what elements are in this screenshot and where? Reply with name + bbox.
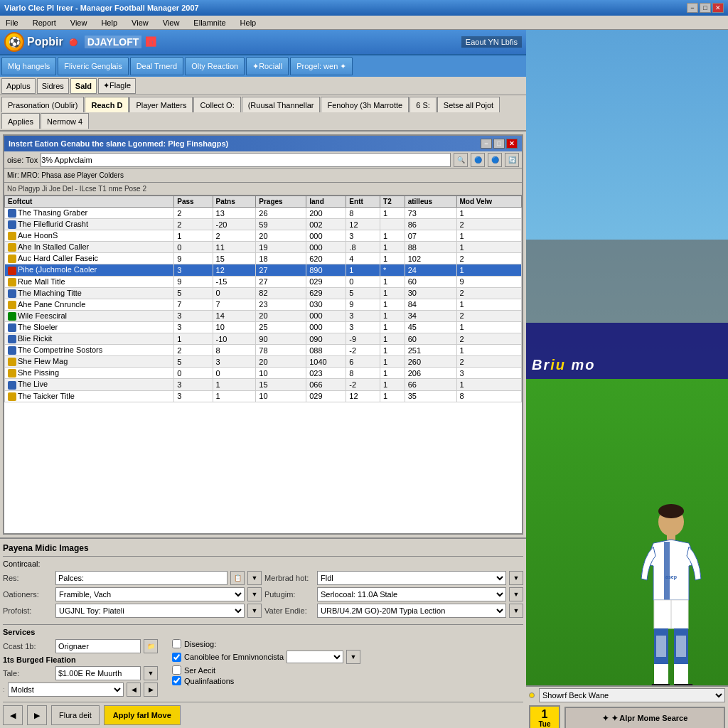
table-row[interactable]: Ahe In Stalled Caller 0 11 19 000 .8 1 8…: [5, 242, 522, 253]
select-putugim[interactable]: Serlocoal: 11.0A Stale: [317, 587, 506, 601]
tab3-player-matters[interactable]: Player Matters: [129, 97, 193, 112]
inner-max-button[interactable]: □: [493, 139, 505, 149]
tab3-prasonation[interactable]: Prasonation (Oublir): [1, 97, 84, 112]
table-row[interactable]: Auc Hard Caller Faseic 9 15 18 620 4 1 1…: [5, 253, 522, 264]
col-header-patns[interactable]: Patns: [213, 196, 256, 208]
table-row[interactable]: Ahe Pane Cnruncle 7 7 23 030 9 1 84 1: [5, 299, 522, 310]
play-button[interactable]: ▶: [27, 705, 47, 725]
menu-view1[interactable]: View: [68, 18, 90, 28]
tab3-reach[interactable]: Reach D: [85, 97, 129, 112]
minimize-button[interactable]: −: [687, 3, 698, 13]
cell-entt: 6: [346, 356, 380, 368]
tab-olty[interactable]: Olty Reaction: [185, 57, 245, 75]
row-icon: [8, 312, 16, 321]
prev-button[interactable]: ◀: [3, 705, 23, 725]
table-row[interactable]: The Live 3 1 15 066 -2 1 66 1: [5, 379, 522, 390]
tab-rociall[interactable]: ✦Rociall: [246, 57, 289, 75]
menu-ellamnite[interactable]: Ellamnite: [191, 18, 228, 28]
merbrad-dropdown-btn[interactable]: ▼: [509, 571, 523, 585]
tab3-nermow[interactable]: Nermow 4: [41, 113, 89, 129]
col-header-entt[interactable]: Entt: [346, 196, 380, 208]
close-button[interactable]: ✕: [712, 3, 724, 13]
menu-help1[interactable]: Help: [98, 18, 120, 28]
table-row[interactable]: Pihe (Juchmole Caoler 3 12 27 890 1 * 24…: [5, 264, 522, 276]
finalize-button[interactable]: Flura deit: [51, 705, 100, 725]
player-table-wrapper[interactable]: Eoftcut Pass Patns Prages land Entt T2 a…: [4, 196, 522, 533]
filter-nav-btn1[interactable]: 🔵: [471, 153, 485, 167]
inner-min-button[interactable]: −: [481, 139, 492, 149]
tab2-sidres[interactable]: Sidres: [37, 78, 69, 94]
tab-progel[interactable]: Progel: wen ✦: [290, 57, 353, 75]
filter-icon-btn[interactable]: 🔍: [454, 153, 468, 167]
inner-close-button[interactable]: ✕: [506, 139, 518, 149]
select-vater[interactable]: URB/U4.2M GO)-20M Typia Lection: [317, 604, 506, 618]
tab3-applies[interactable]: Applies: [1, 113, 40, 129]
menu-view3[interactable]: View: [160, 18, 183, 28]
table-row[interactable]: The Mlaching Titte 5 0 82 629 5 1 30 2: [5, 287, 522, 299]
other-btn2[interactable]: ▶: [144, 682, 158, 697]
tab2-applus[interactable]: Applus: [1, 78, 36, 94]
select-canoiblee[interactable]: [287, 651, 343, 663]
input-tale[interactable]: [55, 666, 141, 680]
tab3-6s[interactable]: 6 S:: [410, 97, 437, 112]
tab2-flagle[interactable]: ✦Flagle: [98, 78, 136, 94]
table-row[interactable]: Aue HoonS 1 2 20 000 3 1 07 1: [5, 230, 522, 242]
tab3-setse[interactable]: Setse all Pojot: [437, 97, 500, 112]
table-row[interactable]: The Fileflurid Crasht 2 -20 59 002 12 86…: [5, 219, 522, 230]
vater-dropdown-btn[interactable]: ▼: [509, 604, 523, 618]
tab-mlg-hangels[interactable]: Mlg hangels: [1, 57, 56, 75]
table-row[interactable]: She Pissing 0 0 10 023 8 1 206 3: [5, 368, 522, 379]
search-button[interactable]: ✦ ✦ Alpr Mome Searce: [564, 707, 725, 728]
putugim-dropdown-btn[interactable]: ▼: [509, 587, 523, 601]
col-header-t2[interactable]: T2: [380, 196, 405, 208]
input-res[interactable]: [55, 571, 228, 585]
menu-report[interactable]: Report: [30, 18, 59, 28]
tab3-collect[interactable]: Collect O:: [193, 97, 240, 112]
tab-deal[interactable]: Deal Trnerd: [130, 57, 183, 75]
select-merbrad[interactable]: Fldl: [317, 571, 506, 585]
menu-view2[interactable]: View: [129, 18, 151, 28]
table-row[interactable]: The Thasing Graber 2 13 26 200 8 1 73 1: [5, 208, 522, 219]
tab3-fenohoy[interactable]: Fenohoy (3h Marrotte: [321, 97, 409, 112]
oationers-dropdown-btn[interactable]: ▼: [247, 587, 262, 601]
filter-nav-btn3[interactable]: 🔄: [505, 153, 519, 167]
select-other[interactable]: Moldst: [8, 682, 124, 697]
col-header-mod[interactable]: Mod Velw: [456, 196, 521, 208]
col-header-name[interactable]: Eoftcut: [5, 196, 174, 208]
res-icon-btn[interactable]: 📋: [230, 571, 245, 585]
select-oationers[interactable]: Framible, Vach: [55, 587, 245, 601]
table-row[interactable]: Rue Mall Title 9 -15 27 029 0 1 60 9: [5, 276, 522, 287]
input-cost[interactable]: [55, 639, 141, 653]
col-header-pass[interactable]: Pass: [174, 196, 213, 208]
check-ser-aecit[interactable]: [172, 665, 181, 675]
tab3-ruusal[interactable]: (Ruusal Thannellar: [242, 97, 321, 112]
canoiblee-dropdown-btn[interactable]: ▼: [346, 650, 360, 664]
tab2-sald[interactable]: Sald: [70, 78, 97, 94]
other-btn1[interactable]: ◀: [127, 682, 141, 697]
cost-icon-btn[interactable]: 📁: [144, 639, 158, 653]
col-header-prages[interactable]: Prages: [256, 196, 306, 208]
apply-button[interactable]: Apply farI Move: [104, 705, 181, 725]
check-disesiog[interactable]: [172, 639, 181, 648]
res-dropdown-btn[interactable]: ▼: [247, 571, 262, 585]
col-header-atilleus[interactable]: atilleus: [405, 196, 456, 208]
menu-file[interactable]: File: [3, 18, 21, 28]
table-row[interactable]: Blie Rickit 1 -10 90 090 -9 1 60 2: [5, 333, 522, 345]
table-row[interactable]: Wile Feesciral 3 14 20 000 3 1 34 2: [5, 310, 522, 321]
show-btn-select[interactable]: Showrf Beck Wane: [539, 688, 725, 702]
profoist-dropdown-btn[interactable]: ▼: [247, 604, 262, 618]
check-canoiblee[interactable]: [172, 653, 181, 662]
tab-fliveric[interactable]: Fliveric Genglais: [58, 57, 128, 75]
tale-icon-btn[interactable]: ▼: [144, 666, 158, 680]
check-qual[interactable]: [172, 676, 181, 685]
select-profoist[interactable]: UGJNL Toy: Piateli: [55, 604, 245, 618]
table-row[interactable]: She Flew Mag 5 3 20 1040 6 1 260 2: [5, 356, 522, 368]
table-row[interactable]: The Taicker Title 3 1 10 029 12 1 35 8: [5, 390, 522, 402]
maximize-button[interactable]: □: [700, 3, 711, 13]
filter-nav-btn2[interactable]: 🔵: [488, 153, 502, 167]
table-row[interactable]: The Competrine Sostors 2 8 78 088 -2 1 2…: [5, 345, 522, 356]
table-row[interactable]: The Sloeler 3 10 25 000 3 1 45 1: [5, 321, 522, 333]
menu-help2[interactable]: Help: [237, 18, 259, 28]
filter-input[interactable]: [41, 153, 451, 167]
col-header-land[interactable]: land: [306, 196, 346, 208]
